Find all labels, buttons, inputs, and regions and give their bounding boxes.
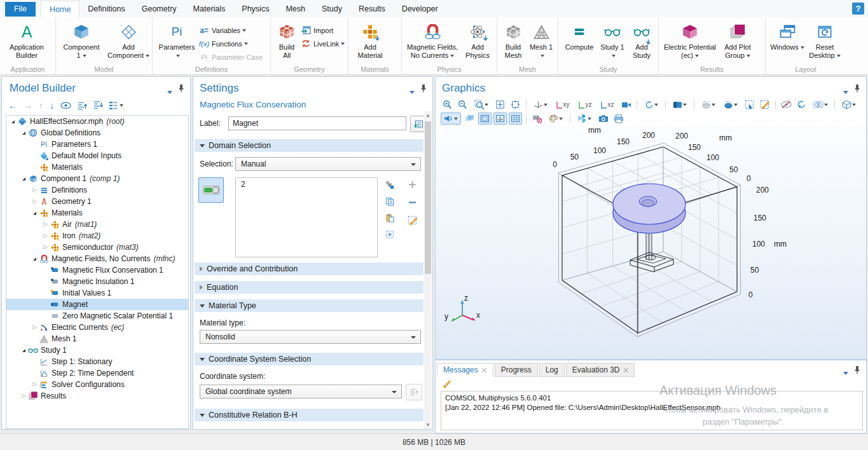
go-to-view-icon[interactable] bbox=[530, 99, 551, 111]
compute-button[interactable]: Compute bbox=[561, 20, 598, 53]
tree-item-step-2-time-dependent[interactable]: Step 2: Time Dependent bbox=[6, 367, 188, 379]
selection-list-item[interactable]: 2 bbox=[236, 178, 377, 191]
tree-item-semiconductor[interactable]: ▷ Semiconductor(mat3) bbox=[6, 242, 188, 253]
tree-item-component-1[interactable]: Component 1(comp 1) bbox=[6, 173, 188, 184]
tab-geometry[interactable]: Geometry bbox=[134, 1, 185, 18]
tree-item-initial-values-1[interactable]: Initial Values 1 bbox=[6, 287, 188, 299]
clear-selection-button[interactable] bbox=[406, 214, 419, 226]
tree-item-zero-magnetic-scalar-potential-1[interactable]: Zero Magnetic Scalar Potential 1 bbox=[6, 310, 188, 322]
tree-caret[interactable]: ▷ bbox=[41, 233, 50, 238]
scrollbar-thumb[interactable] bbox=[425, 121, 431, 274]
tree-item-results[interactable]: ▷ Results bbox=[6, 390, 188, 402]
material-type-dropdown[interactable]: Nonsolid bbox=[200, 330, 421, 344]
add-material-button[interactable]: Add Material bbox=[351, 20, 389, 60]
file-menu-button[interactable]: File bbox=[5, 2, 36, 17]
tree-item-geometry-1[interactable]: ▷ Geometry 1 bbox=[6, 196, 188, 207]
magnet-disc[interactable] bbox=[613, 184, 685, 233]
show-icon[interactable] bbox=[60, 102, 71, 109]
add-study-button[interactable]: Add Study bbox=[627, 20, 656, 60]
tree-caret[interactable] bbox=[20, 177, 28, 181]
tree-item-study-1[interactable]: Study 1 bbox=[6, 344, 188, 356]
application-builder-button[interactable]: A Application Builder bbox=[3, 20, 51, 60]
show-grid-icon[interactable] bbox=[509, 112, 522, 125]
section-equation[interactable]: Equation bbox=[195, 281, 424, 294]
magnetic-fields-no-currents-button[interactable]: Magnetic Fields, No Currents bbox=[404, 20, 460, 60]
select-group-1-icon[interactable] bbox=[698, 99, 719, 111]
import-button[interactable]: Import bbox=[300, 24, 345, 37]
mesh-1-button[interactable]: Mesh 1 bbox=[527, 20, 556, 60]
camera-movie-icon[interactable] bbox=[619, 99, 633, 111]
select-group-2-icon[interactable] bbox=[720, 99, 741, 111]
transparency-icon[interactable] bbox=[463, 112, 476, 125]
tab-definitions[interactable]: Definitions bbox=[79, 1, 133, 18]
active-toggle-button[interactable] bbox=[198, 177, 224, 203]
scroll-up-icon[interactable]: ▲ bbox=[425, 112, 431, 118]
section-domain-selection[interactable]: Domain Selection bbox=[195, 139, 424, 152]
label-input[interactable] bbox=[228, 116, 406, 130]
scene-light-icon[interactable] bbox=[839, 99, 859, 111]
close-icon[interactable] bbox=[482, 367, 487, 372]
tab-evaluation-3d[interactable]: Evaluation 3D bbox=[566, 363, 635, 377]
study-1-button[interactable]: Study 1 bbox=[598, 20, 627, 60]
hide-objects-icon[interactable] bbox=[780, 99, 793, 111]
scroll-down-icon[interactable]: ▼ bbox=[425, 422, 431, 428]
default-view-icon[interactable] bbox=[441, 112, 461, 125]
back-icon[interactable]: ← bbox=[8, 100, 17, 111]
section-coordinate-system-selection[interactable]: Coordinate System Selection bbox=[195, 353, 424, 365]
tree-item-magnetic-fields-no-currents[interactable]: Magnetic Fields, No Currents(mfnc) bbox=[6, 253, 188, 264]
tree-item-materials-global[interactable]: Materials bbox=[6, 161, 188, 173]
remove-from-selection-button[interactable] bbox=[406, 196, 419, 208]
tab-results[interactable]: Results bbox=[350, 1, 394, 18]
graphics-scene-3d[interactable]: 0 50 100 150 200 mm 200 150 100 50 0 mm … bbox=[436, 125, 866, 359]
add-component-button[interactable]: Add Component bbox=[104, 20, 153, 60]
rotate-view-icon[interactable] bbox=[641, 99, 661, 111]
close-icon[interactable] bbox=[623, 367, 628, 372]
go-to-source-button[interactable] bbox=[406, 384, 422, 400]
zoom-out-icon[interactable] bbox=[456, 99, 469, 111]
tab-progress[interactable]: Progress bbox=[495, 363, 538, 377]
functions-button[interactable]: f(x) Functions bbox=[198, 37, 263, 50]
settings-scrollbar[interactable]: ▲ ▼ bbox=[424, 111, 432, 429]
add-physics-button[interactable]: Add Physics bbox=[460, 20, 495, 60]
view-xz-icon[interactable]: xz bbox=[597, 99, 617, 111]
tree-item-mesh-1[interactable]: Mesh 1 bbox=[6, 333, 188, 344]
move-down-icon[interactable]: ↓ bbox=[50, 100, 54, 111]
deselect-box-icon[interactable] bbox=[758, 99, 771, 111]
tree-item-electric-currents[interactable]: ▷ Electric Currents(ec) bbox=[6, 322, 188, 333]
electric-potential-button[interactable]: Electric Potential (ec) bbox=[661, 20, 719, 60]
tree-item-default-model-inputs[interactable]: Default Model Inputs bbox=[6, 150, 188, 161]
tab-study[interactable]: Study bbox=[313, 1, 350, 18]
pin-icon[interactable] bbox=[177, 84, 185, 93]
show-axis-icon[interactable] bbox=[493, 112, 507, 125]
tree-item-parameters-1[interactable]: Pi Parameters 1 bbox=[6, 139, 188, 150]
tree-item-global-definitions[interactable]: Global Definitions bbox=[6, 127, 188, 139]
tab-log[interactable]: Log bbox=[539, 363, 565, 377]
pin-icon[interactable] bbox=[853, 365, 861, 374]
tree-item-root[interactable]: HallEffectSensor.mph(root) bbox=[6, 116, 188, 127]
scene-node-icon[interactable] bbox=[670, 99, 690, 111]
tree-item-iron[interactable]: ▷ Iron(mat2) bbox=[6, 230, 188, 242]
color-palette-icon[interactable] bbox=[546, 112, 566, 125]
panel-menu-caret-icon[interactable] bbox=[410, 87, 415, 96]
move-up-icon[interactable]: ↑ bbox=[39, 100, 43, 111]
tab-materials[interactable]: Materials bbox=[185, 1, 234, 18]
build-mesh-button[interactable]: Build Mesh bbox=[500, 20, 527, 60]
section-constitutive-relation-bh[interactable]: Constitutive Relation B-H bbox=[195, 409, 424, 421]
coordinate-system-dropdown[interactable]: Global coordinate system bbox=[200, 385, 402, 399]
tree-item-solver-configurations[interactable]: ▷ Solver Configurations bbox=[6, 379, 188, 390]
view-xy-icon[interactable]: xy bbox=[553, 99, 573, 111]
tree-caret[interactable]: ▷ bbox=[20, 393, 28, 399]
tree-item-materials[interactable]: Materials bbox=[6, 207, 188, 219]
view-unhide-icon[interactable] bbox=[810, 99, 830, 111]
panel-menu-caret-icon[interactable] bbox=[167, 87, 172, 96]
hide-selected-icon[interactable] bbox=[530, 112, 544, 125]
tree-caret[interactable] bbox=[9, 120, 17, 123]
print-icon[interactable] bbox=[612, 112, 625, 125]
tab-messages[interactable]: Messages bbox=[437, 363, 493, 377]
component-1-button[interactable]: Component 1 bbox=[59, 20, 104, 60]
tree-caret[interactable] bbox=[31, 212, 39, 215]
tree-item-magnetic-flux-conservation-1[interactable]: Magnetic Flux Conservation 1 bbox=[6, 264, 188, 276]
livelink-button[interactable]: LiveLink bbox=[300, 37, 345, 50]
pin-icon[interactable] bbox=[420, 84, 427, 93]
windows-button[interactable]: Windows bbox=[768, 20, 806, 53]
